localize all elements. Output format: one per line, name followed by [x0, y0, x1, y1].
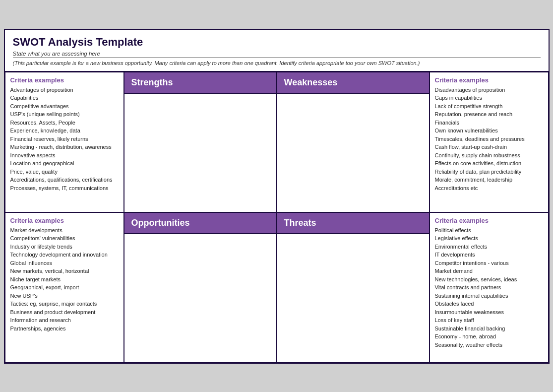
header-note: (This particular example is for a new bu…: [13, 60, 541, 66]
swot-page: SWOT Analysis Template State what you ar…: [4, 29, 550, 364]
list-item: Business and product development: [10, 308, 119, 317]
list-item: Partnerships, agencies: [10, 325, 119, 333]
header-section: SWOT Analysis Template State what you ar…: [5, 30, 549, 72]
list-item: Technology development and innovation: [10, 251, 119, 259]
list-item: Competitors' vulnerabilities: [10, 234, 119, 243]
weaknesses-body[interactable]: [277, 93, 430, 212]
opportunities-criteria: Criteria examples Market developmentsCom…: [5, 212, 124, 363]
list-item: Accreditations etc: [435, 184, 543, 193]
list-item: Processes, systems, IT, communications: [10, 184, 119, 193]
threats-criteria-header: Criteria examples: [435, 217, 543, 224]
list-item: Experience, knowledge, data: [10, 127, 119, 135]
list-item: Competitor intentions - various: [435, 259, 543, 267]
strengths-criteria: Criteria examples Advantages of proposit…: [5, 72, 124, 212]
swot-grid: Criteria examples Advantages of proposit…: [5, 72, 549, 363]
list-item: Information and research: [10, 316, 119, 325]
list-item: Global influences: [10, 259, 119, 267]
list-item: Environmental effects: [435, 243, 543, 251]
list-item: Vital contracts and partners: [435, 283, 543, 292]
list-item: IT developments: [435, 251, 543, 259]
list-item: Morale, commitment, leadership: [435, 176, 543, 184]
subtitle: State what you are assessing here: [13, 51, 541, 58]
list-item: New technologies, services, ideas: [435, 275, 543, 284]
list-item: Market demand: [435, 267, 543, 275]
list-item: Financials: [435, 119, 543, 127]
list-item: Seasonality, weather effects: [435, 341, 543, 349]
list-item: Economy - home, abroad: [435, 332, 543, 341]
list-item: Loss of key staff: [435, 316, 543, 325]
weaknesses-criteria: Criteria examples Disadvantages of propo…: [430, 72, 549, 212]
list-item: Location and geographical: [10, 159, 119, 168]
list-item: Political effects: [435, 226, 543, 235]
list-item: Continuity, supply chain robustness: [435, 151, 543, 160]
list-item: Own known vulnerabilities: [435, 127, 543, 135]
threats-criteria: Criteria examples Political effectsLegis…: [430, 212, 549, 363]
list-item: USP's (unique selling points): [10, 110, 119, 119]
list-item: Lack of competitive strength: [435, 102, 543, 111]
list-item: Cash flow, start-up cash-drain: [435, 143, 543, 151]
list-item: Insurmountable weaknesses: [435, 308, 543, 317]
threats-quadrant-header: Threats: [277, 212, 430, 234]
list-item: Reputation, presence and reach: [435, 110, 543, 119]
list-item: Resources, Assets, People: [10, 119, 119, 127]
weaknesses-quadrant-header: Weaknesses: [277, 72, 430, 93]
list-item: Niche target markets: [10, 275, 119, 284]
list-item: New markets, vertical, horizontal: [10, 267, 119, 275]
list-item: Legislative effects: [435, 234, 543, 243]
threats-body[interactable]: [277, 234, 430, 363]
page-title: SWOT Analysis Template: [13, 36, 541, 49]
list-item: Tactics: eg, surprise, major contacts: [10, 300, 119, 308]
opportunities-quadrant-header: Opportunities: [124, 212, 277, 234]
list-item: Advantages of proposition: [10, 86, 119, 94]
list-item: Reliability of data, plan predictability: [435, 168, 543, 176]
list-item: New USP's: [10, 292, 119, 300]
list-item: Innovative aspects: [10, 151, 119, 160]
list-item: Obstacles faced: [435, 300, 543, 308]
opportunities-criteria-list: Market developmentsCompetitors' vulnerab…: [10, 226, 119, 333]
list-item: Industry or lifestyle trends: [10, 243, 119, 251]
list-item: Gaps in capabilities: [435, 94, 543, 102]
list-item: Timescales, deadlines and pressures: [435, 135, 543, 143]
weaknesses-criteria-list: Disadvantages of propositionGaps in capa…: [435, 86, 543, 193]
strengths-criteria-list: Advantages of propositionCapabilitiesCom…: [10, 86, 119, 193]
strengths-quadrant-header: Strengths: [124, 72, 277, 93]
list-item: Market developments: [10, 226, 119, 235]
threats-criteria-list: Political effectsLegislative effectsEnvi…: [435, 226, 543, 349]
list-item: Sustainable financial backing: [435, 325, 543, 333]
list-item: Financial reserves, likely returns: [10, 135, 119, 143]
opportunities-criteria-header: Criteria examples: [10, 217, 119, 224]
list-item: Effects on core activities, distruction: [435, 159, 543, 168]
strengths-criteria-header: Criteria examples: [10, 76, 119, 84]
list-item: Marketing - reach, distribution, awarene…: [10, 143, 119, 151]
list-item: Disadvantages of proposition: [435, 86, 543, 94]
list-item: Geographical, export, import: [10, 283, 119, 292]
list-item: Competitive advantages: [10, 102, 119, 111]
weaknesses-criteria-header: Criteria examples: [435, 76, 543, 84]
list-item: Capabilities: [10, 94, 119, 102]
list-item: Price, value, quality: [10, 168, 119, 176]
list-item: Accreditations, qualifications, certific…: [10, 176, 119, 184]
strengths-body[interactable]: [124, 93, 277, 212]
list-item: Sustaining internal capabilities: [435, 292, 543, 300]
opportunities-body[interactable]: [124, 234, 277, 363]
